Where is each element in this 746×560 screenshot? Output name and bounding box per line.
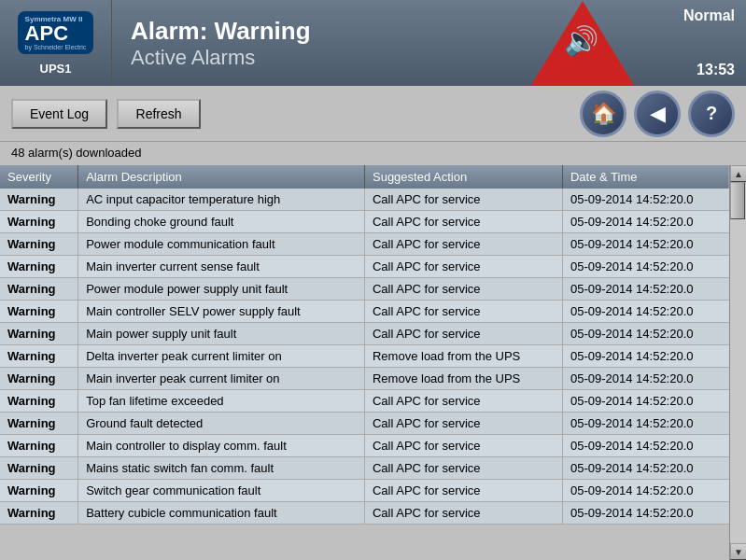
table-row: WarningAC input capacitor temperature hi… (0, 189, 729, 211)
home-icon: 🏠 (591, 102, 616, 126)
datetime-cell: 05-09-2014 14:52:20.0 (562, 256, 729, 278)
scroll-up-button[interactable]: ▲ (730, 165, 746, 182)
refresh-button[interactable]: Refresh (117, 99, 201, 129)
description-cell: Top fan lifetime exceeded (78, 390, 365, 413)
schneider-label: by Schneider Electric (25, 44, 87, 50)
toolbar: Event Log Refresh 🏠 ◀ ? (0, 86, 746, 142)
datetime-cell: 05-09-2014 14:52:20.0 (562, 189, 729, 211)
table-row: WarningMain inverter current sense fault… (0, 256, 729, 278)
toolbar-left: Event Log Refresh (11, 99, 570, 129)
severity-cell: Warning (0, 323, 78, 345)
description-cell: AC input capacitor temperature high (78, 189, 365, 211)
action-cell: Call APC for service (364, 278, 562, 301)
alarm-table-body: WarningAC input capacitor temperature hi… (0, 189, 729, 525)
description-cell: Main controller SELV power supply fault (78, 301, 365, 323)
table-scroll-area[interactable]: Severity Alarm Description Suggested Act… (0, 165, 729, 560)
action-cell: Call APC for service (364, 323, 562, 345)
action-cell: Call APC for service (364, 457, 562, 480)
table-row: WarningGround fault detectedCall APC for… (0, 413, 729, 435)
action-cell: Call APC for service (364, 390, 562, 413)
table-row: WarningMain controller SELV power supply… (0, 301, 729, 323)
table-row: WarningBonding choke ground faultCall AP… (0, 211, 729, 233)
severity-cell: Warning (0, 457, 78, 480)
header-status: Normal 13:53 (653, 0, 746, 86)
datetime-cell: 05-09-2014 14:52:20.0 (562, 345, 729, 368)
datetime-cell: 05-09-2014 14:52:20.0 (562, 480, 729, 502)
description-cell: Main power supply unit fault (78, 323, 365, 345)
table-wrapper: Severity Alarm Description Suggested Act… (0, 165, 746, 560)
status-time: 13:53 (664, 62, 735, 78)
alarm-table: Severity Alarm Description Suggested Act… (0, 165, 729, 525)
status-normal: Normal (664, 7, 735, 24)
datetime-cell: 05-09-2014 14:52:20.0 (562, 413, 729, 435)
description-cell: Bonding choke ground fault (78, 211, 365, 233)
action-cell: Remove load from the UPS (364, 345, 562, 368)
description-cell: Main inverter peak current limiter on (78, 368, 365, 390)
alarm-table-container: Severity Alarm Description Suggested Act… (0, 165, 746, 560)
severity-cell: Warning (0, 435, 78, 457)
description-cell: Main controller to display comm. fault (78, 435, 365, 457)
action-cell: Call APC for service (364, 211, 562, 233)
logo-section: Symmetra MW II APC by Schneider Electric… (0, 0, 112, 86)
action-cell: Call APC for service (364, 435, 562, 457)
description-cell: Battery cubicle communication fault (78, 502, 365, 525)
datetime-cell: 05-09-2014 14:52:20.0 (562, 278, 729, 301)
table-row: WarningMains static switch fan comm. fau… (0, 457, 729, 480)
downloaded-count: 48 alarm(s) downloaded (11, 146, 141, 160)
main-content: Event Log Refresh 🏠 ◀ ? 48 alarm(s) down… (0, 86, 746, 560)
apc-logo: Symmetra MW II APC by Schneider Electric (18, 11, 94, 54)
scroll-track[interactable] (730, 182, 746, 543)
severity-cell: Warning (0, 345, 78, 368)
table-row: WarningSwitch gear communication faultCa… (0, 480, 729, 502)
header-datetime: Date & Time (562, 165, 729, 189)
datetime-cell: 05-09-2014 14:52:20.0 (562, 368, 729, 390)
back-icon: ◀ (650, 102, 666, 126)
event-log-button[interactable]: Event Log (11, 99, 107, 129)
warning-triangle-icon (531, 1, 634, 85)
description-cell: Main inverter current sense fault (78, 256, 365, 278)
datetime-cell: 05-09-2014 14:52:20.0 (562, 301, 729, 323)
datetime-cell: 05-09-2014 14:52:20.0 (562, 502, 729, 525)
header-title: Alarm: Warning Active Alarms (112, 0, 513, 86)
severity-cell: Warning (0, 211, 78, 233)
action-cell: Call APC for service (364, 502, 562, 525)
description-cell: Mains static switch fan comm. fault (78, 457, 365, 480)
scroll-down-button[interactable]: ▼ (730, 543, 746, 560)
severity-cell: Warning (0, 368, 78, 390)
table-row: WarningMain inverter peak current limite… (0, 368, 729, 390)
scrollbar[interactable]: ▲ ▼ (729, 165, 746, 560)
action-cell: Call APC for service (364, 480, 562, 502)
table-row: WarningBattery cubicle communication fau… (0, 502, 729, 525)
severity-cell: Warning (0, 301, 78, 323)
toolbar-icons: 🏠 ◀ ? (580, 91, 735, 137)
action-cell: Call APC for service (364, 233, 562, 256)
header-action: Suggested Action (364, 165, 562, 189)
severity-cell: Warning (0, 189, 78, 211)
severity-cell: Warning (0, 480, 78, 502)
active-alarms-label: Active Alarms (131, 46, 494, 70)
severity-cell: Warning (0, 256, 78, 278)
datetime-cell: 05-09-2014 14:52:20.0 (562, 211, 729, 233)
severity-cell: Warning (0, 233, 78, 256)
action-cell: Call APC for service (364, 189, 562, 211)
severity-cell: Warning (0, 278, 78, 301)
description-cell: Power module communication fault (78, 233, 365, 256)
home-button[interactable]: 🏠 (580, 91, 626, 137)
table-header-row: Severity Alarm Description Suggested Act… (0, 165, 729, 189)
back-button[interactable]: ◀ (634, 91, 681, 137)
warning-icon-area (513, 0, 653, 86)
scroll-thumb[interactable] (730, 182, 745, 219)
datetime-cell: 05-09-2014 14:52:20.0 (562, 390, 729, 413)
help-button[interactable]: ? (688, 91, 735, 137)
table-row: WarningTop fan lifetime exceededCall APC… (0, 390, 729, 413)
action-cell: Call APC for service (364, 413, 562, 435)
table-row: WarningDelta inverter peak current limit… (0, 345, 729, 368)
severity-cell: Warning (0, 413, 78, 435)
header: Symmetra MW II APC by Schneider Electric… (0, 0, 746, 86)
action-cell: Call APC for service (364, 301, 562, 323)
table-row: WarningMain controller to display comm. … (0, 435, 729, 457)
help-icon: ? (706, 103, 717, 124)
ups-label: UPS1 (40, 62, 72, 76)
datetime-cell: 05-09-2014 14:52:20.0 (562, 233, 729, 256)
table-row: WarningPower module communication faultC… (0, 233, 729, 256)
